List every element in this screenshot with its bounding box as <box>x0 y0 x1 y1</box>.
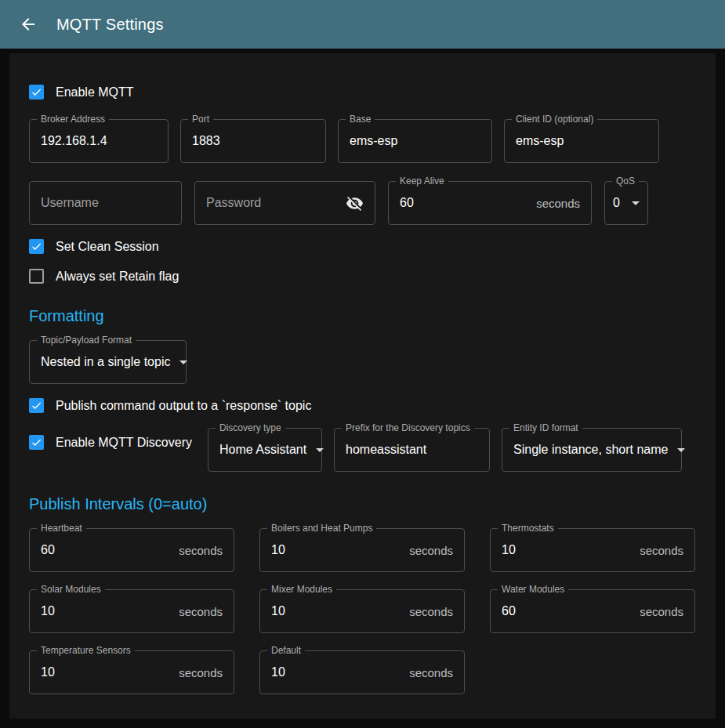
default-interval-unit: seconds <box>401 666 453 679</box>
qos-label: QoS <box>612 176 639 187</box>
chevron-down-icon <box>179 360 187 364</box>
thermostats-interval-input[interactable] <box>502 543 632 557</box>
heartbeat-interval-input[interactable] <box>41 543 171 557</box>
water-interval-field: Water Modules seconds <box>490 589 695 633</box>
enable-mqtt-label: Enable MQTT <box>56 85 134 100</box>
water-interval-label: Water Modules <box>498 584 568 595</box>
check-icon <box>31 241 42 252</box>
port-label: Port <box>188 114 213 125</box>
boilers-interval-field: Boilers and Heat Pumps seconds <box>259 528 465 572</box>
solar-interval-unit: seconds <box>171 605 223 618</box>
credentials-row: Keep Alive seconds QoS 0 <box>29 181 696 225</box>
keep-alive-field: Keep Alive seconds <box>388 181 592 225</box>
retain-flag-label: Always set Retain flag <box>56 270 179 284</box>
client-id-label: Client ID (optional) <box>512 114 597 125</box>
water-interval-input[interactable] <box>502 604 632 618</box>
mixer-interval-label: Mixer Modules <box>267 584 336 595</box>
check-icon <box>31 400 42 411</box>
discovery-prefix-input[interactable] <box>346 443 478 457</box>
chevron-down-icon <box>677 448 685 452</box>
keep-alive-label: Keep Alive <box>396 176 448 187</box>
page-title: MQTT Settings <box>56 16 164 34</box>
base-field: Base <box>338 119 492 163</box>
temperature-sensors-interval-label: Temperature Sensors <box>37 645 135 656</box>
retain-flag-checkbox[interactable] <box>29 269 44 284</box>
broker-address-input[interactable] <box>41 134 157 148</box>
publish-intervals-heading: Publish Intervals (0=auto) <box>29 495 696 513</box>
check-icon <box>31 436 42 448</box>
publish-response-label: Publish command output to a `response` t… <box>56 399 311 413</box>
port-field: Port <box>180 119 326 163</box>
water-interval-unit: seconds <box>632 605 683 618</box>
username-field <box>29 181 182 225</box>
keep-alive-input[interactable] <box>400 196 528 210</box>
temperature-sensors-interval-unit: seconds <box>171 666 223 679</box>
client-id-field: Client ID (optional) <box>504 119 659 163</box>
enable-discovery-label: Enable MQTT Discovery <box>56 436 192 450</box>
topic-format-value: Nested in a single topic <box>41 355 170 369</box>
enable-discovery-checkbox-row[interactable]: Enable MQTT Discovery <box>29 435 196 450</box>
password-field <box>194 181 375 225</box>
broker-address-field: Broker Address <box>29 119 169 163</box>
username-input[interactable] <box>41 196 170 210</box>
enable-mqtt-checkbox-row[interactable]: Enable MQTT <box>29 85 696 100</box>
discovery-type-value: Home Assistant <box>219 443 306 457</box>
publish-response-checkbox-row[interactable]: Publish command output to a `response` t… <box>29 398 696 413</box>
entity-id-format-value: Single instance, short name <box>513 443 668 457</box>
clean-session-checkbox[interactable] <box>29 239 44 254</box>
thermostats-interval-field: Thermostats seconds <box>490 528 695 572</box>
qos-select[interactable]: QoS 0 <box>604 181 648 225</box>
retain-flag-checkbox-row[interactable]: Always set Retain flag <box>29 269 696 284</box>
enable-discovery-checkbox[interactable] <box>29 435 44 450</box>
thermostats-interval-label: Thermostats <box>498 523 558 534</box>
password-input[interactable] <box>206 196 346 210</box>
boilers-interval-input[interactable] <box>271 543 401 557</box>
temperature-sensors-interval-input[interactable] <box>41 665 171 679</box>
heartbeat-interval-field: Heartbeat seconds <box>29 528 234 572</box>
thermostats-interval-unit: seconds <box>632 544 683 557</box>
solar-interval-input[interactable] <box>41 604 171 618</box>
publish-response-checkbox[interactable] <box>29 398 44 413</box>
discovery-row: Enable MQTT Discovery Discovery type Hom… <box>29 428 696 472</box>
chevron-down-icon <box>316 448 324 452</box>
visibility-off-icon <box>346 194 364 212</box>
solar-interval-label: Solar Modules <box>37 584 105 595</box>
entity-id-format-select[interactable]: Entity ID format Single instance, short … <box>502 428 682 472</box>
broker-row: Broker Address Port Base Client ID (opti… <box>29 119 696 163</box>
discovery-type-select[interactable]: Discovery type Home Assistant <box>208 428 322 472</box>
qos-value: 0 <box>613 196 620 210</box>
default-interval-input[interactable] <box>271 665 401 679</box>
mixer-interval-unit: seconds <box>401 605 453 618</box>
topic-format-label: Topic/Payload Format <box>37 335 136 346</box>
entity-id-format-label: Entity ID format <box>509 422 582 433</box>
discovery-prefix-label: Prefix for the Discovery topics <box>342 422 474 433</box>
publish-intervals-grid: Heartbeat seconds Boilers and Heat Pumps… <box>29 528 696 694</box>
base-label: Base <box>346 114 375 125</box>
heartbeat-interval-label: Heartbeat <box>37 523 86 534</box>
app-bar: MQTT Settings <box>0 0 725 49</box>
boilers-interval-label: Boilers and Heat Pumps <box>267 523 376 534</box>
default-interval-label: Default <box>267 645 305 656</box>
heartbeat-interval-unit: seconds <box>171 544 223 557</box>
arrow-left-icon <box>19 15 38 34</box>
topic-format-select[interactable]: Topic/Payload Format Nested in a single … <box>29 340 187 384</box>
solar-interval-field: Solar Modules seconds <box>29 589 234 633</box>
clean-session-checkbox-row[interactable]: Set Clean Session <box>29 239 696 254</box>
port-input[interactable] <box>192 134 314 148</box>
temperature-sensors-interval-field: Temperature Sensors seconds <box>29 650 234 694</box>
enable-mqtt-checkbox[interactable] <box>29 85 44 100</box>
toggle-password-visibility-button[interactable] <box>346 194 364 212</box>
broker-address-label: Broker Address <box>37 114 109 125</box>
discovery-type-label: Discovery type <box>216 422 285 433</box>
base-input[interactable] <box>350 134 480 148</box>
check-icon <box>31 86 42 98</box>
discovery-prefix-field: Prefix for the Discovery topics <box>334 428 490 472</box>
mixer-interval-input[interactable] <box>271 604 401 618</box>
clean-session-label: Set Clean Session <box>56 240 159 254</box>
boilers-interval-unit: seconds <box>401 544 453 557</box>
back-button[interactable] <box>17 13 39 35</box>
keep-alive-unit: seconds <box>528 197 580 210</box>
default-interval-field: Default seconds <box>259 650 465 694</box>
client-id-input[interactable] <box>516 134 647 148</box>
chevron-down-icon <box>632 201 640 205</box>
